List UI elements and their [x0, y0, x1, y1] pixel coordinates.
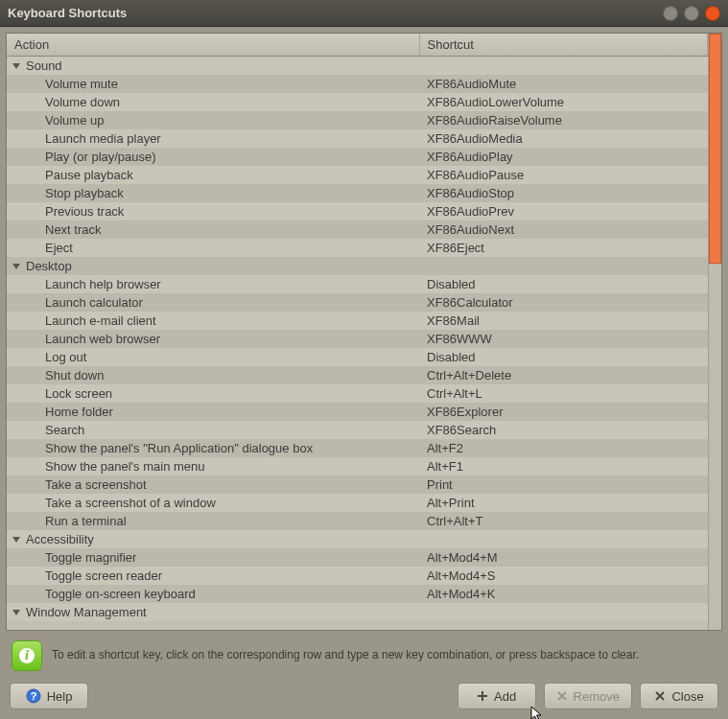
shortcut-row[interactable]: Launch media playerXF86AudioMedia [7, 129, 708, 148]
shortcut-cell: XF86AudioPrev [419, 202, 708, 220]
shortcut-row[interactable]: Next trackXF86AudioNext [7, 220, 708, 239]
window-title: Keyboard Shortcuts [8, 6, 663, 20]
group-label: Window Management [26, 605, 147, 619]
info-icon: i [12, 640, 42, 671]
action-cell: Launch help browser [7, 275, 419, 293]
action-cell: Next track [7, 220, 419, 239]
shortcut-row[interactable]: Run a terminalCtrl+Alt+T [7, 512, 708, 530]
hint-area: i To edit a shortcut key, click on the c… [6, 631, 722, 681]
titlebar[interactable]: Keyboard Shortcuts [0, 0, 728, 27]
add-button[interactable]: Add [458, 683, 536, 709]
window-controls [663, 6, 720, 21]
shortcut-row[interactable]: Lock screenCtrl+Alt+L [7, 384, 708, 403]
shortcut-row[interactable]: Previous trackXF86AudioPrev [7, 202, 708, 220]
add-button-label: Add [494, 689, 516, 704]
shortcut-row[interactable]: Pause playbackXF86AudioPause [7, 166, 708, 184]
shortcut-row[interactable]: Stop playbackXF86AudioStop [7, 184, 708, 202]
shortcut-row[interactable]: Launch calculatorXF86Calculator [7, 293, 708, 312]
plus-icon [477, 690, 488, 702]
shortcut-cell: XF86Search [419, 421, 708, 439]
shortcut-row[interactable]: Log outDisabled [7, 348, 708, 366]
action-cell: Lock screen [7, 384, 419, 403]
shortcut-cell: XF86AudioPlay [419, 148, 708, 166]
remove-button: Remove [544, 683, 632, 709]
group-label: Accessibility [26, 532, 94, 546]
shortcut-cell: Ctrl+Alt+T [419, 512, 708, 530]
shortcut-row[interactable]: Show the panel's "Run Application" dialo… [7, 439, 708, 457]
shortcut-row[interactable]: Toggle magnifierAlt+Mod4+M [7, 548, 708, 567]
action-cell: Run a terminal [7, 512, 419, 530]
shortcut-cell: Alt+Print [419, 494, 708, 512]
action-cell: Take a screenshot of a window [7, 494, 419, 512]
close-button[interactable]: Close [640, 683, 718, 709]
column-header-shortcut[interactable]: Shortcut [419, 34, 708, 57]
svg-text:?: ? [30, 690, 36, 702]
action-cell: Stop playback [7, 184, 419, 202]
shortcut-row[interactable]: Launch e-mail clientXF86Mail [7, 312, 708, 330]
window-close-button[interactable] [705, 6, 720, 21]
shortcut-row[interactable]: Launch web browserXF86WWW [7, 330, 708, 348]
chevron-down-icon[interactable] [12, 610, 20, 615]
scrollbar-thumb[interactable] [709, 34, 721, 264]
shortcut-cell: XF86Explorer [419, 403, 708, 421]
shortcut-row[interactable]: Volume downXF86AudioLowerVolume [7, 93, 708, 111]
help-button[interactable]: ? Help [10, 683, 88, 709]
shortcuts-table: Action Shortcut SoundVolume muteXF86Audi… [7, 34, 708, 621]
shortcut-row[interactable]: Launch help browserDisabled [7, 275, 708, 293]
maximize-button[interactable] [684, 6, 699, 21]
group-label: Desktop [26, 259, 72, 273]
column-header-action[interactable]: Action [7, 34, 419, 57]
action-cell: Volume mute [7, 75, 419, 93]
action-cell: Eject [7, 239, 419, 257]
shortcut-cell: XF86Mail [419, 312, 708, 330]
chevron-down-icon[interactable] [12, 537, 20, 543]
group-label: Sound [26, 58, 62, 73]
shortcut-cell: Alt+F2 [419, 439, 708, 457]
shortcut-cell: XF86AudioMute [419, 75, 708, 93]
shortcut-cell: XF86AudioRaiseVolume [419, 111, 708, 129]
action-cell: Launch media player [7, 129, 419, 148]
shortcut-row[interactable]: Play (or play/pause)XF86AudioPlay [7, 148, 708, 166]
shortcut-row[interactable]: Take a screenshotPrint [7, 475, 708, 494]
shortcut-cell: XF86WWW [419, 330, 708, 348]
shortcut-cell: Ctrl+Alt+Delete [419, 366, 708, 384]
shortcut-row[interactable]: Home folderXF86Explorer [7, 403, 708, 421]
action-cell: Toggle screen reader [7, 567, 419, 585]
close-icon [654, 690, 666, 702]
action-cell: Show the panel's main menu [7, 457, 419, 475]
shortcut-row[interactable]: Toggle on-screen keyboardAlt+Mod4+K [7, 585, 708, 603]
action-cell: Launch calculator [7, 293, 419, 312]
shortcut-row[interactable]: EjectXF86Eject [7, 239, 708, 257]
button-bar: ? Help Add Remove Close [6, 681, 722, 713]
action-cell: Home folder [7, 403, 419, 421]
shortcut-cell: XF86AudioStop [419, 184, 708, 202]
shortcut-row[interactable]: Take a screenshot of a windowAlt+Print [7, 494, 708, 512]
shortcut-cell: Ctrl+Alt+L [419, 384, 708, 403]
shortcuts-table-container: Action Shortcut SoundVolume muteXF86Audi… [6, 33, 722, 631]
shortcut-row[interactable]: Volume upXF86AudioRaiseVolume [7, 111, 708, 129]
shortcut-row[interactable]: Show the panel's main menuAlt+F1 [7, 457, 708, 475]
chevron-down-icon[interactable] [12, 264, 20, 269]
action-cell: Toggle on-screen keyboard [7, 585, 419, 603]
group-row[interactable]: Desktop [7, 257, 708, 275]
action-cell: Log out [7, 348, 419, 366]
vertical-scrollbar[interactable] [708, 34, 721, 630]
group-row[interactable]: Accessibility [7, 530, 708, 548]
action-cell: Pause playback [7, 166, 419, 184]
shortcut-row[interactable]: Volume muteXF86AudioMute [7, 75, 708, 93]
shortcut-row[interactable]: SearchXF86Search [7, 421, 708, 439]
action-cell: Play (or play/pause) [7, 148, 419, 166]
hint-text: To edit a shortcut key, click on the cor… [52, 648, 639, 663]
group-row[interactable]: Sound [7, 57, 708, 75]
group-row[interactable]: Window Management [7, 603, 708, 621]
chevron-down-icon[interactable] [12, 63, 20, 69]
shortcut-row[interactable]: Toggle screen readerAlt+Mod4+S [7, 567, 708, 585]
shortcut-cell: XF86AudioLowerVolume [419, 93, 708, 111]
window-content: Action Shortcut SoundVolume muteXF86Audi… [0, 27, 728, 719]
shortcut-row[interactable]: Shut downCtrl+Alt+Delete [7, 366, 708, 384]
remove-button-label: Remove [574, 689, 620, 704]
action-cell: Volume down [7, 93, 419, 111]
minimize-button[interactable] [663, 6, 678, 21]
shortcut-cell: Alt+Mod4+K [419, 585, 708, 603]
help-button-label: Help [47, 689, 73, 704]
